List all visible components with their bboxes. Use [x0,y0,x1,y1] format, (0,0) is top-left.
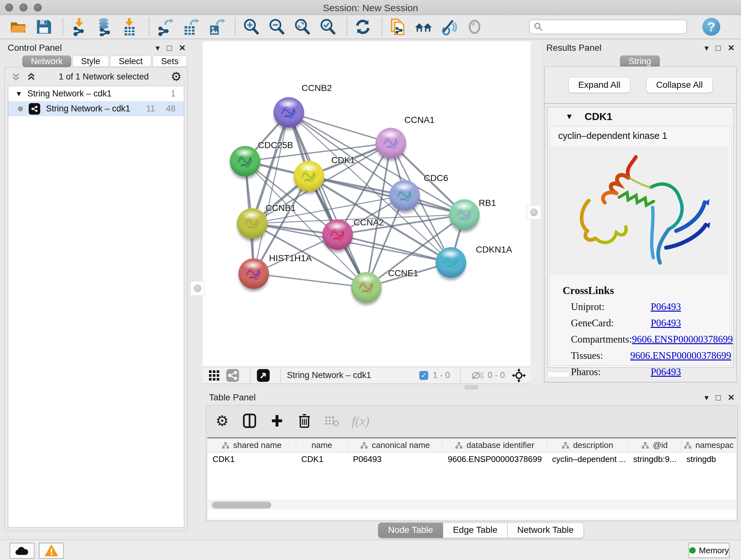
gene-collapse-icon[interactable]: ▼ [565,112,573,121]
zoom-selected-icon [319,18,337,36]
delete-column-button[interactable] [297,413,312,428]
bottom-splitter-handle[interactable] [464,385,478,389]
table-options-gear-icon[interactable]: ⚙ [214,413,230,428]
birds-eye-view-button[interactable] [256,368,270,382]
panel-close-icon[interactable]: ✕ [728,393,735,402]
network-row-selected[interactable]: String Network – cdk1 11 48 [8,101,184,116]
crosslink-row: Compartments: 9606.ENSP00000378699 [562,334,731,345]
hide-glasses-button[interactable] [440,17,458,36]
open-session-button[interactable] [9,17,27,36]
network-node-cdk1[interactable] [293,161,324,192]
crosslink-link[interactable]: P06493 [651,366,681,378]
results-horizontal-scrollbar[interactable] [547,372,569,377]
crosslink-link[interactable]: P06493 [651,317,681,329]
export-image-button[interactable] [207,17,225,36]
expand-all-chevrons-icon[interactable] [10,71,21,82]
import-network-from-file-button[interactable] [70,17,88,36]
left-splitter-handle[interactable] [190,281,205,296]
network-node-rb1[interactable] [449,199,480,230]
tab-network[interactable]: Network [22,56,71,67]
home-button[interactable] [414,17,433,36]
crosslink-label: GeneCard: [571,317,651,329]
network-options-gear-icon[interactable]: ⚙ [171,71,182,83]
network-collection-row[interactable]: ▼ String Network – cdk1 1 [8,86,184,101]
network-from-file-button[interactable] [389,17,407,36]
eye-ball-icon [466,18,483,36]
network-node-ccnb2[interactable] [273,97,304,128]
network-node-cdc25b[interactable] [230,146,260,177]
tab-node-table[interactable]: Node Table [378,523,443,538]
network-node-ccna1[interactable] [376,128,406,159]
export-network-button[interactable] [156,17,174,36]
scrollbar-thumb[interactable] [212,502,271,509]
panel-menu-icon[interactable]: ▾ [155,43,159,53]
tab-sets[interactable]: Sets [152,56,187,67]
warnings-button[interactable] [39,543,64,559]
expand-all-button[interactable]: Expand All [568,77,630,93]
tab-edge-table[interactable]: Edge Table [443,523,508,538]
show-columns-button[interactable] [242,413,257,428]
column-header-shared-name[interactable]: shared name [207,438,296,452]
show-eye-button[interactable] [465,17,484,36]
panel-menu-icon[interactable]: ▾ [704,43,709,53]
cloud-status-button[interactable] [10,543,35,559]
refresh-button[interactable] [354,17,372,36]
crosslink-link[interactable]: 9606.ENSP00000378699 [632,334,733,345]
help-button[interactable]: ? [702,18,720,36]
collapse-all-button[interactable]: Collapse All [646,77,713,93]
zoom-in-button[interactable] [242,17,260,36]
right-splitter-handle[interactable] [527,205,541,220]
cell-shared-name: CDK1 [207,452,296,466]
network-node-ccne1[interactable] [351,272,382,303]
network-node-ccnb1[interactable] [237,208,267,239]
tab-network-table[interactable]: Network Table [508,523,584,538]
column-header-canonical-name[interactable]: canonical name [348,438,443,452]
column-header-name[interactable]: name [296,438,348,452]
search-input[interactable] [546,22,683,32]
network-canvas[interactable]: CCNB2CCNA1CDC25BCDK1CDC6RB1CCNB1CCNA2CDK… [203,42,530,367]
column-header-description[interactable]: description [547,438,628,452]
crosslink-link[interactable]: P06493 [651,301,681,313]
tab-string[interactable]: String [620,56,660,67]
export-table-button[interactable] [181,17,200,36]
panel-float-icon[interactable]: □ [716,43,721,53]
table-horizontal-scrollbar[interactable] [207,500,736,509]
network-node-ccna2[interactable] [322,219,353,250]
tab-style[interactable]: Style [72,56,109,67]
memory-button[interactable]: Memory [689,543,730,558]
column-header-id[interactable]: @id [628,438,681,452]
zoom-fit-button[interactable] [293,17,312,36]
gene-section-header[interactable]: ▼ CDK1 [548,107,733,126]
column-header-namespace[interactable]: namespac [681,438,736,452]
zoom-selected-button[interactable] [319,17,337,36]
save-session-button[interactable] [35,17,53,36]
gene-description: cyclin–dependent kinase 1 [550,126,731,141]
network-node-hist1h1a[interactable] [239,258,269,289]
tab-select[interactable]: Select [110,56,151,67]
collapse-all-chevrons-icon[interactable] [26,71,37,82]
create-column-button[interactable] [269,413,285,428]
toolbar-separator [149,18,149,36]
table-row[interactable]: CDK1 CDK1 P06493 9606.ENSP00000378699 cy… [207,452,736,466]
network-node-label: CCNE1 [388,268,418,278]
zoom-out-button[interactable] [267,17,286,36]
grid-view-button[interactable] [207,368,221,382]
collection-expand-icon[interactable]: ▼ [15,90,22,98]
column-header-database-identifier[interactable]: database identifier [443,438,547,452]
panel-close-icon[interactable]: ✕ [728,43,735,53]
panel-float-icon[interactable]: □ [166,43,172,53]
collection-count: 1 [171,89,176,99]
import-network-from-database-button[interactable] [95,17,114,36]
refresh-icon [354,18,372,36]
network-badge-button[interactable] [226,368,240,382]
crosslink-label: Pharos: [571,366,651,378]
crosslink-link[interactable]: 9606.ENSP00000378699 [630,350,731,361]
network-node-cdkn1a[interactable] [435,247,466,278]
panel-float-icon[interactable]: □ [716,393,721,402]
import-table-from-file-button[interactable] [121,17,139,36]
panel-close-icon[interactable]: ✕ [179,43,186,53]
panel-menu-icon[interactable]: ▾ [704,393,709,402]
network-node-cdc6[interactable] [389,180,420,211]
selected-checkbox[interactable]: ✓ [419,371,428,380]
crosshair-icon[interactable] [512,368,526,382]
